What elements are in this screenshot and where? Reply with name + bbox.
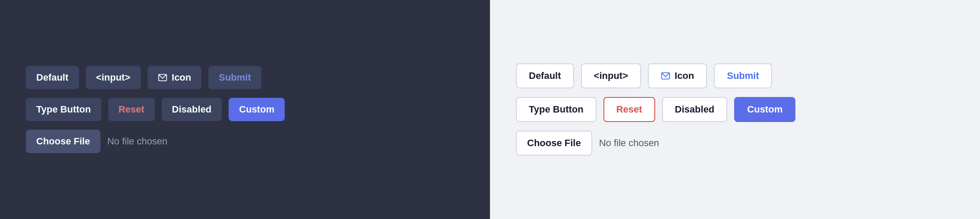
dark-row-2: Type Button Reset Disabled Custom xyxy=(26,98,285,121)
light-disabled-button[interactable]: Disabled xyxy=(662,97,728,122)
dark-default-label: Default xyxy=(36,72,69,83)
light-row-2: Type Button Reset Disabled Custom xyxy=(516,97,795,122)
dark-type-button-button[interactable]: Type Button xyxy=(26,98,101,121)
light-input-button[interactable]: <input> xyxy=(581,63,641,88)
light-default-button[interactable]: Default xyxy=(516,63,574,88)
dark-submit-label: Submit xyxy=(219,72,251,83)
light-no-file-text: No file chosen xyxy=(599,138,659,149)
envelope-icon-light xyxy=(661,71,670,81)
dark-disabled-button[interactable]: Disabled xyxy=(162,98,222,121)
dark-no-file-text: No file chosen xyxy=(107,136,167,147)
envelope-icon xyxy=(158,73,167,82)
dark-reset-button[interactable]: Reset xyxy=(108,98,155,121)
dark-custom-button[interactable]: Custom xyxy=(229,98,285,121)
dark-choose-file-label: Choose File xyxy=(36,136,90,147)
dark-submit-button[interactable]: Submit xyxy=(208,66,261,89)
dark-icon-label: Icon xyxy=(172,72,191,83)
light-type-button-label: Type Button xyxy=(529,104,584,115)
dark-choose-file-button[interactable]: Choose File xyxy=(26,130,101,153)
light-submit-label: Submit xyxy=(727,70,759,81)
dark-icon-button[interactable]: Icon xyxy=(148,66,201,89)
dark-row-1: Default <input> Icon Submit xyxy=(26,66,261,89)
light-submit-button[interactable]: Submit xyxy=(714,63,772,88)
light-panel: Default <input> Icon Submit Type Button … xyxy=(490,0,980,219)
dark-type-button-label: Type Button xyxy=(36,104,91,115)
light-icon-label: Icon xyxy=(675,70,694,81)
light-icon-button[interactable]: Icon xyxy=(648,63,707,88)
light-choose-file-button[interactable]: Choose File xyxy=(516,131,592,156)
dark-row-3: Choose File No file chosen xyxy=(26,130,167,153)
light-row-3: Choose File No file chosen xyxy=(516,131,659,156)
light-choose-file-label: Choose File xyxy=(527,138,581,148)
light-disabled-label: Disabled xyxy=(675,104,715,115)
light-custom-button[interactable]: Custom xyxy=(734,97,795,122)
dark-default-button[interactable]: Default xyxy=(26,66,79,89)
light-custom-label: Custom xyxy=(747,104,782,115)
dark-panel: Default <input> Icon Submit Type Button … xyxy=(0,0,490,219)
dark-input-label: <input> xyxy=(96,72,130,83)
light-reset-label: Reset xyxy=(616,104,642,115)
light-default-label: Default xyxy=(529,70,561,81)
dark-disabled-label: Disabled xyxy=(172,104,212,115)
dark-reset-label: Reset xyxy=(119,104,144,115)
light-type-button-button[interactable]: Type Button xyxy=(516,97,597,122)
light-reset-button[interactable]: Reset xyxy=(603,97,655,122)
dark-custom-label: Custom xyxy=(239,104,274,115)
dark-input-button[interactable]: <input> xyxy=(86,66,141,89)
light-input-label: <input> xyxy=(594,70,628,81)
light-row-1: Default <input> Icon Submit xyxy=(516,63,772,88)
